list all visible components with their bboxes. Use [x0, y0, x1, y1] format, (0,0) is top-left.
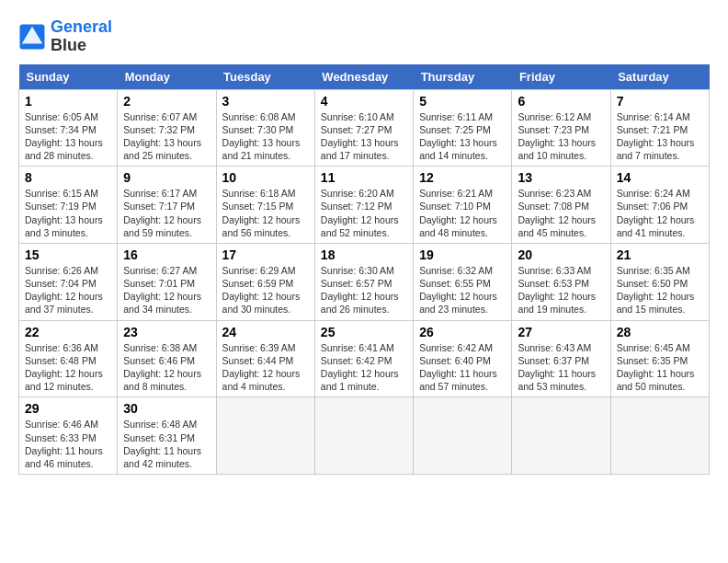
cell-info: Sunrise: 6:23 AMSunset: 7:08 PMDaylight:… — [518, 187, 604, 239]
date-number: 9 — [123, 170, 210, 185]
cell-info: Sunrise: 6:05 AMSunset: 7:34 PMDaylight:… — [25, 110, 111, 163]
table-row — [216, 397, 314, 475]
week-row: 1 Sunrise: 6:05 AMSunset: 7:34 PMDayligh… — [19, 89, 710, 167]
table-row: 27 Sunrise: 6:43 AMSunset: 6:37 PMDaylig… — [512, 320, 610, 397]
date-number: 1 — [25, 94, 111, 109]
table-row: 22 Sunrise: 6:36 AMSunset: 6:48 PMDaylig… — [19, 320, 118, 397]
col-sunday: Sunday — [19, 64, 118, 90]
col-tuesday: Tuesday — [216, 64, 314, 90]
table-row: 2 Sunrise: 6:07 AMSunset: 7:32 PMDayligh… — [118, 89, 216, 167]
table-row: 13 Sunrise: 6:23 AMSunset: 7:08 PMDaylig… — [512, 167, 610, 244]
cell-info: Sunrise: 6:07 AMSunset: 7:32 PMDaylight:… — [123, 110, 210, 163]
table-row: 8 Sunrise: 6:15 AMSunset: 7:19 PMDayligh… — [19, 167, 118, 244]
table-row: 14 Sunrise: 6:24 AMSunset: 7:06 PMDaylig… — [610, 167, 709, 244]
header-row: Sunday Monday Tuesday Wednesday Thursday… — [19, 64, 710, 90]
table-row: 19 Sunrise: 6:32 AMSunset: 6:55 PMDaylig… — [414, 243, 512, 320]
cell-info: Sunrise: 6:29 AMSunset: 6:59 PMDaylight:… — [222, 264, 309, 316]
table-row: 16 Sunrise: 6:27 AMSunset: 7:01 PMDaylig… — [118, 243, 216, 320]
cell-info: Sunrise: 6:27 AMSunset: 7:01 PMDaylight:… — [123, 264, 210, 316]
table-row: 4 Sunrise: 6:10 AMSunset: 7:27 PMDayligh… — [314, 89, 413, 167]
table-row: 9 Sunrise: 6:17 AMSunset: 7:17 PMDayligh… — [118, 167, 216, 244]
date-number: 13 — [518, 170, 604, 185]
date-number: 12 — [419, 170, 506, 185]
cell-info: Sunrise: 6:41 AMSunset: 6:42 PMDaylight:… — [321, 341, 407, 394]
cell-info: Sunrise: 6:08 AMSunset: 7:30 PMDaylight:… — [222, 110, 309, 163]
date-number: 20 — [518, 247, 604, 262]
table-row: 24 Sunrise: 6:39 AMSunset: 6:44 PMDaylig… — [216, 320, 314, 397]
cell-info: Sunrise: 6:21 AMSunset: 7:10 PMDaylight:… — [419, 187, 506, 239]
logo-icon — [18, 23, 46, 51]
date-number: 15 — [25, 247, 111, 262]
date-number: 26 — [419, 325, 506, 339]
cell-info: Sunrise: 6:42 AMSunset: 6:40 PMDaylight:… — [419, 341, 506, 394]
week-row: 29 Sunrise: 6:46 AMSunset: 6:33 PMDaylig… — [19, 397, 710, 475]
date-number: 4 — [321, 94, 407, 109]
cell-info: Sunrise: 6:18 AMSunset: 7:15 PMDaylight:… — [222, 187, 309, 239]
table-row: 29 Sunrise: 6:46 AMSunset: 6:33 PMDaylig… — [19, 397, 118, 475]
date-number: 23 — [123, 325, 210, 339]
date-number: 17 — [222, 247, 309, 262]
table-row: 17 Sunrise: 6:29 AMSunset: 6:59 PMDaylig… — [216, 243, 314, 320]
logo: General Blue — [18, 18, 112, 55]
date-number: 19 — [419, 247, 506, 262]
cell-info: Sunrise: 6:30 AMSunset: 6:57 PMDaylight:… — [321, 264, 407, 316]
table-row: 1 Sunrise: 6:05 AMSunset: 7:34 PMDayligh… — [19, 89, 118, 167]
col-thursday: Thursday — [414, 64, 512, 90]
date-number: 10 — [222, 170, 309, 185]
cell-info: Sunrise: 6:32 AMSunset: 6:55 PMDaylight:… — [419, 264, 506, 316]
date-number: 18 — [321, 247, 407, 262]
date-number: 7 — [617, 94, 703, 109]
cell-info: Sunrise: 6:45 AMSunset: 6:35 PMDaylight:… — [617, 341, 703, 394]
table-row — [512, 397, 610, 475]
table-row: 25 Sunrise: 6:41 AMSunset: 6:42 PMDaylig… — [314, 320, 413, 397]
cell-info: Sunrise: 6:15 AMSunset: 7:19 PMDaylight:… — [25, 187, 111, 239]
date-number: 21 — [617, 247, 703, 262]
cell-info: Sunrise: 6:12 AMSunset: 7:23 PMDaylight:… — [518, 110, 604, 163]
cell-info: Sunrise: 6:39 AMSunset: 6:44 PMDaylight:… — [222, 341, 309, 394]
date-number: 14 — [617, 170, 703, 185]
date-number: 16 — [123, 247, 210, 262]
table-row: 23 Sunrise: 6:38 AMSunset: 6:46 PMDaylig… — [118, 320, 216, 397]
table-row: 12 Sunrise: 6:21 AMSunset: 7:10 PMDaylig… — [414, 167, 512, 244]
date-number: 24 — [222, 325, 309, 339]
table-row: 15 Sunrise: 6:26 AMSunset: 7:04 PMDaylig… — [19, 243, 118, 320]
date-number: 22 — [25, 325, 111, 339]
date-number: 25 — [321, 325, 407, 339]
date-number: 8 — [25, 170, 111, 185]
cell-info: Sunrise: 6:14 AMSunset: 7:21 PMDaylight:… — [617, 110, 703, 163]
table-row: 18 Sunrise: 6:30 AMSunset: 6:57 PMDaylig… — [314, 243, 413, 320]
week-row: 8 Sunrise: 6:15 AMSunset: 7:19 PMDayligh… — [19, 167, 710, 244]
cell-info: Sunrise: 6:43 AMSunset: 6:37 PMDaylight:… — [518, 341, 604, 394]
calendar-table: Sunday Monday Tuesday Wednesday Thursday… — [18, 64, 710, 475]
table-row: 11 Sunrise: 6:20 AMSunset: 7:12 PMDaylig… — [314, 167, 413, 244]
week-row: 15 Sunrise: 6:26 AMSunset: 7:04 PMDaylig… — [19, 243, 710, 320]
date-number: 3 — [222, 94, 309, 109]
cell-info: Sunrise: 6:36 AMSunset: 6:48 PMDaylight:… — [25, 341, 111, 394]
table-row — [414, 397, 512, 475]
date-number: 11 — [321, 170, 407, 185]
date-number: 28 — [617, 325, 703, 339]
table-row: 20 Sunrise: 6:33 AMSunset: 6:53 PMDaylig… — [512, 243, 610, 320]
cell-info: Sunrise: 6:17 AMSunset: 7:17 PMDaylight:… — [123, 187, 210, 239]
logo-text: General Blue — [51, 18, 112, 55]
col-monday: Monday — [118, 64, 216, 90]
cell-info: Sunrise: 6:46 AMSunset: 6:33 PMDaylight:… — [25, 418, 111, 470]
cell-info: Sunrise: 6:33 AMSunset: 6:53 PMDaylight:… — [518, 264, 604, 316]
table-row: 28 Sunrise: 6:45 AMSunset: 6:35 PMDaylig… — [610, 320, 709, 397]
table-row — [610, 397, 709, 475]
table-row: 5 Sunrise: 6:11 AMSunset: 7:25 PMDayligh… — [414, 89, 512, 167]
cell-info: Sunrise: 6:26 AMSunset: 7:04 PMDaylight:… — [25, 264, 111, 316]
cell-info: Sunrise: 6:38 AMSunset: 6:46 PMDaylight:… — [123, 341, 210, 394]
table-row: 10 Sunrise: 6:18 AMSunset: 7:15 PMDaylig… — [216, 167, 314, 244]
page-header: General Blue — [18, 18, 710, 55]
cell-info: Sunrise: 6:24 AMSunset: 7:06 PMDaylight:… — [617, 187, 703, 239]
table-row: 26 Sunrise: 6:42 AMSunset: 6:40 PMDaylig… — [414, 320, 512, 397]
cell-info: Sunrise: 6:10 AMSunset: 7:27 PMDaylight:… — [321, 110, 407, 163]
cell-info: Sunrise: 6:11 AMSunset: 7:25 PMDaylight:… — [419, 110, 506, 163]
col-wednesday: Wednesday — [314, 64, 413, 90]
table-row: 3 Sunrise: 6:08 AMSunset: 7:30 PMDayligh… — [216, 89, 314, 167]
date-number: 27 — [518, 325, 604, 339]
cell-info: Sunrise: 6:20 AMSunset: 7:12 PMDaylight:… — [321, 187, 407, 239]
week-row: 22 Sunrise: 6:36 AMSunset: 6:48 PMDaylig… — [19, 320, 710, 397]
date-number: 29 — [25, 401, 111, 416]
